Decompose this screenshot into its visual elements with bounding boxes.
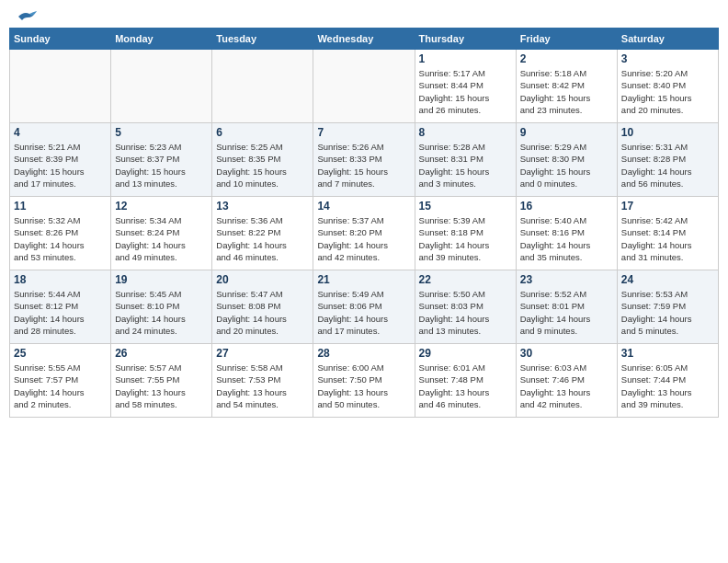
day-number: 15 [419,200,512,213]
calendar-cell: 28Sunrise: 6:00 AMSunset: 7:50 PMDayligh… [313,344,415,418]
day-info: Sunrise: 6:01 AMSunset: 7:48 PMDaylight:… [419,362,512,410]
day-info: Sunrise: 5:20 AMSunset: 8:40 PMDaylight:… [621,67,714,116]
day-number: 26 [115,347,208,360]
page-header [9,9,719,20]
day-info: Sunrise: 5:28 AMSunset: 8:31 PMDaylight:… [419,141,512,190]
day-info: Sunrise: 5:26 AMSunset: 8:33 PMDaylight:… [317,141,410,190]
calendar-cell: 10Sunrise: 5:31 AMSunset: 8:28 PMDayligh… [617,123,718,197]
calendar-table: SundayMondayTuesdayWednesdayThursdayFrid… [9,28,719,418]
day-number: 17 [621,200,714,213]
day-number: 23 [520,273,613,286]
calendar-cell: 14Sunrise: 5:37 AMSunset: 8:20 PMDayligh… [313,197,415,270]
calendar-cell [212,50,313,123]
day-number: 12 [115,200,208,213]
day-number: 1 [419,52,512,65]
day-number: 6 [216,126,309,139]
calendar-cell: 22Sunrise: 5:50 AMSunset: 8:03 PMDayligh… [415,270,516,344]
calendar-cell [313,50,415,123]
day-info: Sunrise: 5:29 AMSunset: 8:30 PMDaylight:… [520,141,613,190]
day-info: Sunrise: 5:45 AMSunset: 8:10 PMDaylight:… [115,288,208,337]
calendar-week-3: 11Sunrise: 5:32 AMSunset: 8:26 PMDayligh… [10,197,719,270]
calendar-cell: 6Sunrise: 5:25 AMSunset: 8:35 PMDaylight… [212,123,313,197]
calendar-header-row: SundayMondayTuesdayWednesdayThursdayFrid… [10,29,719,50]
calendar-cell: 13Sunrise: 5:36 AMSunset: 8:22 PMDayligh… [212,197,313,270]
calendar-cell: 25Sunrise: 5:55 AMSunset: 7:57 PMDayligh… [10,344,111,418]
day-info: Sunrise: 6:05 AMSunset: 7:44 PMDaylight:… [621,362,714,410]
weekday-header-wednesday: Wednesday [313,29,415,50]
calendar-cell: 16Sunrise: 5:40 AMSunset: 8:16 PMDayligh… [516,197,617,270]
calendar-cell: 19Sunrise: 5:45 AMSunset: 8:10 PMDayligh… [111,270,212,344]
day-info: Sunrise: 5:37 AMSunset: 8:20 PMDaylight:… [317,214,410,263]
day-number: 11 [14,200,107,213]
calendar-cell: 5Sunrise: 5:23 AMSunset: 8:37 PMDaylight… [111,123,212,197]
calendar-cell: 4Sunrise: 5:21 AMSunset: 8:39 PMDaylight… [10,123,111,197]
day-number: 8 [419,126,512,139]
day-number: 13 [216,200,309,213]
weekday-header-thursday: Thursday [415,29,516,50]
day-info: Sunrise: 5:57 AMSunset: 7:55 PMDaylight:… [115,362,208,410]
calendar-cell: 26Sunrise: 5:57 AMSunset: 7:55 PMDayligh… [111,344,212,418]
calendar-cell: 11Sunrise: 5:32 AMSunset: 8:26 PMDayligh… [10,197,111,270]
day-info: Sunrise: 5:39 AMSunset: 8:18 PMDaylight:… [419,214,512,263]
weekday-header-sunday: Sunday [10,29,111,50]
day-number: 9 [520,126,613,139]
calendar-cell: 23Sunrise: 5:52 AMSunset: 8:01 PMDayligh… [516,270,617,344]
calendar-cell: 9Sunrise: 5:29 AMSunset: 8:30 PMDaylight… [516,123,617,197]
day-info: Sunrise: 5:44 AMSunset: 8:12 PMDaylight:… [14,288,107,337]
calendar-cell: 12Sunrise: 5:34 AMSunset: 8:24 PMDayligh… [111,197,212,270]
calendar-cell: 15Sunrise: 5:39 AMSunset: 8:18 PMDayligh… [415,197,516,270]
day-number: 29 [419,347,512,360]
day-info: Sunrise: 6:03 AMSunset: 7:46 PMDaylight:… [520,362,613,410]
day-number: 3 [621,52,714,65]
day-number: 20 [216,273,309,286]
day-info: Sunrise: 5:18 AMSunset: 8:42 PMDaylight:… [520,67,613,116]
day-number: 31 [621,347,714,360]
weekday-header-friday: Friday [516,29,617,50]
calendar-week-4: 18Sunrise: 5:44 AMSunset: 8:12 PMDayligh… [10,270,719,344]
calendar-cell: 17Sunrise: 5:42 AMSunset: 8:14 PMDayligh… [617,197,718,270]
calendar-cell: 29Sunrise: 6:01 AMSunset: 7:48 PMDayligh… [415,344,516,418]
day-number: 10 [621,126,714,139]
day-info: Sunrise: 5:50 AMSunset: 8:03 PMDaylight:… [419,288,512,337]
day-number: 21 [317,273,410,286]
day-number: 14 [317,200,410,213]
day-info: Sunrise: 5:58 AMSunset: 7:53 PMDaylight:… [216,362,309,410]
calendar-cell: 3Sunrise: 5:20 AMSunset: 8:40 PMDaylight… [617,50,718,123]
day-info: Sunrise: 5:47 AMSunset: 8:08 PMDaylight:… [216,288,309,337]
weekday-header-saturday: Saturday [617,29,718,50]
logo-bird-icon [17,9,37,24]
calendar-cell [10,50,111,123]
calendar-cell: 27Sunrise: 5:58 AMSunset: 7:53 PMDayligh… [212,344,313,418]
day-info: Sunrise: 5:25 AMSunset: 8:35 PMDaylight:… [216,141,309,190]
day-info: Sunrise: 5:21 AMSunset: 8:39 PMDaylight:… [14,141,107,190]
day-number: 16 [520,200,613,213]
day-number: 4 [14,126,107,139]
calendar-cell [111,50,212,123]
day-info: Sunrise: 6:00 AMSunset: 7:50 PMDaylight:… [317,362,410,410]
calendar-cell: 2Sunrise: 5:18 AMSunset: 8:42 PMDaylight… [516,50,617,123]
calendar-cell: 24Sunrise: 5:53 AMSunset: 7:59 PMDayligh… [617,270,718,344]
day-info: Sunrise: 5:49 AMSunset: 8:06 PMDaylight:… [317,288,410,337]
day-number: 28 [317,347,410,360]
day-info: Sunrise: 5:40 AMSunset: 8:16 PMDaylight:… [520,214,613,263]
calendar-week-5: 25Sunrise: 5:55 AMSunset: 7:57 PMDayligh… [10,344,719,418]
day-number: 22 [419,273,512,286]
day-number: 18 [14,273,107,286]
calendar-cell: 7Sunrise: 5:26 AMSunset: 8:33 PMDaylight… [313,123,415,197]
calendar-cell: 21Sunrise: 5:49 AMSunset: 8:06 PMDayligh… [313,270,415,344]
logo [13,9,37,20]
day-number: 19 [115,273,208,286]
calendar-cell: 8Sunrise: 5:28 AMSunset: 8:31 PMDaylight… [415,123,516,197]
day-info: Sunrise: 5:55 AMSunset: 7:57 PMDaylight:… [14,362,107,410]
day-info: Sunrise: 5:17 AMSunset: 8:44 PMDaylight:… [419,67,512,116]
calendar-cell: 1Sunrise: 5:17 AMSunset: 8:44 PMDaylight… [415,50,516,123]
day-info: Sunrise: 5:23 AMSunset: 8:37 PMDaylight:… [115,141,208,190]
calendar-cell: 30Sunrise: 6:03 AMSunset: 7:46 PMDayligh… [516,344,617,418]
day-info: Sunrise: 5:52 AMSunset: 8:01 PMDaylight:… [520,288,613,337]
calendar-cell: 31Sunrise: 6:05 AMSunset: 7:44 PMDayligh… [617,344,718,418]
calendar-week-1: 1Sunrise: 5:17 AMSunset: 8:44 PMDaylight… [10,50,719,123]
day-number: 30 [520,347,613,360]
day-info: Sunrise: 5:31 AMSunset: 8:28 PMDaylight:… [621,141,714,190]
day-number: 25 [14,347,107,360]
calendar-week-2: 4Sunrise: 5:21 AMSunset: 8:39 PMDaylight… [10,123,719,197]
